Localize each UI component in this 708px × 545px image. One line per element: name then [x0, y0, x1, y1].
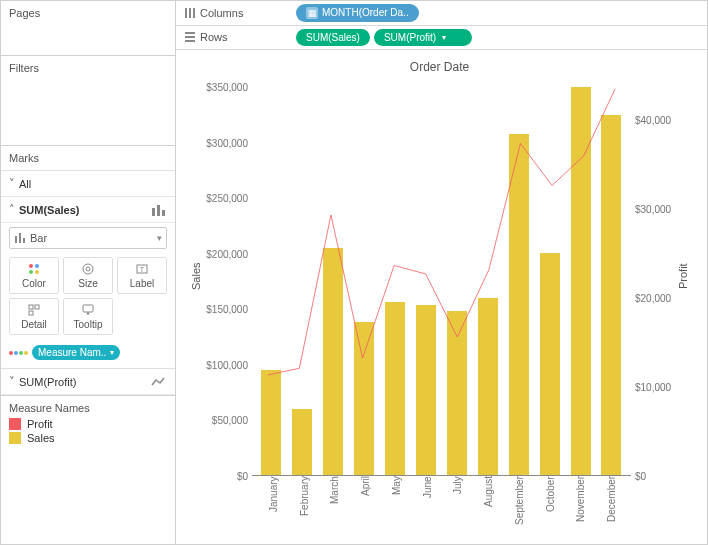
color-card[interactable]: Color	[9, 257, 59, 294]
filters-pane[interactable]: Filters	[1, 56, 175, 146]
svg-point-7	[35, 264, 39, 268]
y-tick-right: $30,000	[631, 204, 675, 215]
y-tick-left: $100,000	[204, 359, 252, 370]
y-tick-right: $10,000	[631, 382, 675, 393]
y-axis-right-ticks: $0$10,000$20,000$30,000$40,000	[631, 76, 675, 476]
y-axis-left-ticks: $0$50,000$100,000$150,000$200,000$250,00…	[204, 76, 252, 476]
svg-point-8	[29, 270, 33, 274]
legend-swatch-sales	[9, 432, 21, 444]
svg-point-6	[29, 264, 33, 268]
chevron-up-icon: ˄	[9, 203, 15, 216]
bar-type-icon	[14, 233, 26, 243]
tooltip-card[interactable]: Tooltip	[63, 298, 113, 335]
plot-region[interactable]	[252, 76, 631, 476]
rows-icon	[184, 31, 200, 43]
svg-rect-15	[35, 305, 39, 309]
color-icon	[12, 262, 56, 276]
detail-card[interactable]: Detail	[9, 298, 59, 335]
svg-rect-4	[19, 233, 21, 243]
svg-rect-19	[189, 8, 191, 18]
chevron-down-icon: ˅	[9, 375, 15, 388]
mark-type-select[interactable]: Bar ▾	[9, 227, 167, 249]
marks-sumsales-row[interactable]: ˄ SUM(Sales)	[1, 197, 175, 223]
svg-rect-5	[23, 238, 25, 243]
month-pill[interactable]: ▦ MONTH(Order Da..	[296, 4, 419, 22]
dropdown-icon: ▾	[442, 33, 446, 42]
y-tick-left: $150,000	[204, 304, 252, 315]
svg-rect-21	[185, 32, 195, 34]
pages-pane[interactable]: Pages	[1, 1, 175, 56]
svg-rect-1	[157, 205, 160, 216]
columns-label: Columns	[200, 7, 296, 19]
rows-shelf[interactable]: Rows SUM(Sales) SUM(Profit) ▾	[176, 26, 707, 51]
legend-pane: Measure Names Profit Sales	[1, 396, 175, 544]
bar-mark-icon	[151, 204, 167, 216]
dropdown-icon: ▾	[110, 348, 114, 357]
profit-line[interactable]	[268, 89, 615, 375]
y-tick-left: $300,000	[204, 137, 252, 148]
sumsales-pill[interactable]: SUM(Sales)	[296, 29, 370, 46]
x-tick: February	[299, 476, 310, 536]
columns-icon	[184, 7, 200, 19]
x-tick: September	[514, 476, 525, 536]
x-axis: JanuaryFebruaryMarchAprilMayJuneJulyAugu…	[254, 476, 631, 536]
legend-item-sales[interactable]: Sales	[9, 432, 167, 444]
svg-rect-3	[15, 236, 17, 243]
x-tick: November	[575, 476, 586, 536]
marks-all-row[interactable]: ˅ All	[1, 171, 175, 197]
expand-icon: ▦	[306, 7, 318, 19]
y-tick-right: $40,000	[631, 115, 675, 126]
x-tick: August	[483, 476, 494, 536]
svg-rect-17	[83, 305, 93, 312]
chart-area: Order Date Sales $0$50,000$100,000$150,0…	[176, 50, 707, 544]
svg-point-11	[86, 267, 90, 271]
size-icon	[66, 262, 110, 276]
svg-text:T: T	[140, 266, 145, 273]
label-icon: T	[120, 262, 164, 276]
x-tick: December	[606, 476, 617, 536]
columns-shelf[interactable]: Columns ▦ MONTH(Order Da..	[176, 1, 707, 26]
legend-swatch-profit	[9, 418, 21, 430]
svg-rect-0	[152, 208, 155, 216]
y-tick-right: $0	[631, 471, 675, 482]
sumprofit-pill[interactable]: SUM(Profit) ▾	[374, 29, 472, 46]
y-tick-right: $20,000	[631, 293, 675, 304]
svg-rect-22	[185, 36, 195, 38]
tooltip-icon	[66, 303, 110, 317]
legend-item-profit[interactable]: Profit	[9, 418, 167, 430]
marks-sumprofit-row[interactable]: ˅ SUM(Profit)	[1, 368, 175, 395]
chevron-down-icon: ˅	[9, 177, 15, 190]
x-tick: January	[268, 476, 279, 536]
svg-point-10	[83, 264, 93, 274]
mark-type-value: Bar	[30, 232, 157, 244]
chart-title: Order Date	[188, 60, 691, 74]
svg-rect-2	[162, 210, 165, 216]
size-card[interactable]: Size	[63, 257, 113, 294]
svg-rect-23	[185, 40, 195, 42]
marks-all-label: All	[19, 178, 167, 190]
detail-icon	[12, 303, 56, 317]
marks-title: Marks	[1, 146, 175, 171]
x-tick: May	[391, 476, 402, 536]
y-tick-left: $250,000	[204, 193, 252, 204]
pages-title: Pages	[9, 7, 167, 19]
x-tick: March	[329, 476, 340, 536]
marks-sumsales-label: SUM(Sales)	[19, 204, 151, 216]
filters-title: Filters	[9, 62, 167, 74]
svg-rect-20	[193, 8, 195, 18]
measure-names-pill[interactable]: Measure Nam.. ▾	[32, 345, 120, 360]
svg-rect-18	[185, 8, 187, 18]
y-axis-right-label: Profit	[675, 76, 691, 476]
svg-point-9	[35, 270, 39, 274]
svg-rect-16	[29, 311, 33, 315]
x-tick: April	[360, 476, 371, 536]
x-tick: July	[452, 476, 463, 536]
measure-dots-icon	[9, 351, 28, 355]
y-tick-left: $350,000	[204, 82, 252, 93]
x-tick: June	[422, 476, 433, 536]
y-axis-left-label: Sales	[188, 76, 204, 476]
x-tick: October	[545, 476, 556, 536]
y-tick-left: $200,000	[204, 248, 252, 259]
svg-rect-14	[29, 305, 33, 309]
label-card[interactable]: T Label	[117, 257, 167, 294]
